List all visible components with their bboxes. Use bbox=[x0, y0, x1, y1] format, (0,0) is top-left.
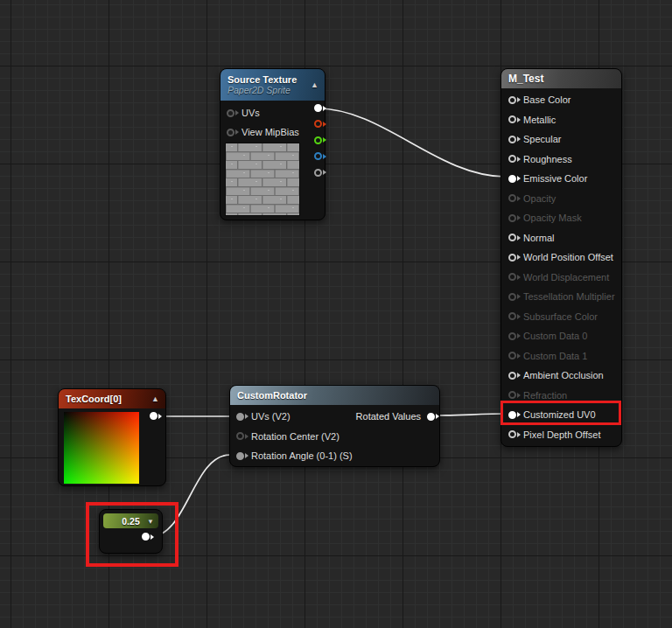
node-texcoord[interactable]: TexCoord[0] ▲ bbox=[58, 388, 166, 486]
material-pin-row[interactable]: World Position Offset bbox=[501, 248, 621, 268]
texture-output-pin-rgb[interactable] bbox=[314, 104, 322, 112]
node-source-texture[interactable]: Source Texture Paper2D Sprite ▲ UVs View… bbox=[220, 68, 326, 220]
wire-texture-to-emissive[interactable] bbox=[318, 108, 506, 177]
node-title: M_Test bbox=[508, 73, 543, 85]
material-pin-label: Specular bbox=[523, 134, 561, 144]
material-input-pin[interactable] bbox=[508, 372, 516, 380]
material-pin-label: Tessellation Multiplier bbox=[523, 291, 615, 302]
texture-output-pin-g[interactable] bbox=[314, 136, 322, 144]
material-pin-label: Pixel Depth Offset bbox=[523, 429, 600, 440]
material-input-pin[interactable] bbox=[508, 136, 516, 143]
rotator-input-label: UVs (V2) bbox=[251, 411, 290, 422]
texture-input-row[interactable]: View MipBias bbox=[220, 122, 325, 142]
material-pin-label: Custom Data 1 bbox=[523, 351, 587, 361]
material-input-pin[interactable] bbox=[508, 254, 516, 262]
rotator-input-row[interactable]: Rotation Center (V2) bbox=[230, 427, 439, 447]
material-pin-row[interactable]: Opacity Mask bbox=[501, 208, 621, 228]
material-pin-label: Refraction bbox=[523, 390, 567, 401]
material-pin-label: Subsurface Color bbox=[523, 311, 598, 322]
material-pin-rows: Base Color Metallic Specular Roughness E… bbox=[501, 88, 621, 444]
material-pin-label: Emissive Color bbox=[523, 173, 587, 184]
node-header-texcoord[interactable]: TexCoord[0] ▲ bbox=[59, 389, 165, 408]
material-input-pin[interactable] bbox=[508, 115, 516, 123]
material-input-pin[interactable] bbox=[508, 391, 516, 399]
texture-input-pin[interactable] bbox=[227, 129, 234, 136]
material-input-pin[interactable] bbox=[508, 273, 516, 281]
source-texture-output-pins bbox=[314, 104, 322, 177]
node-m-test[interactable]: M_Test Base Color Metallic Specular Roug… bbox=[500, 68, 622, 447]
source-texture-input-rows: UVs View MipBias bbox=[220, 101, 325, 142]
material-input-pin[interactable] bbox=[508, 214, 516, 222]
texture-output-pin-r[interactable] bbox=[314, 120, 322, 128]
texture-input-row[interactable]: UVs bbox=[220, 103, 325, 122]
node-title: Source Texture bbox=[228, 74, 297, 85]
texture-output-pin-b[interactable] bbox=[314, 152, 322, 160]
material-input-pin[interactable] bbox=[508, 332, 516, 340]
rotator-input-pin[interactable] bbox=[236, 413, 244, 421]
material-input-pin[interactable] bbox=[508, 352, 516, 359]
rotator-input-pin[interactable] bbox=[236, 432, 244, 440]
material-pin-row[interactable]: Subsurface Color bbox=[501, 307, 621, 327]
node-title: CustomRotator bbox=[237, 390, 307, 401]
material-pin-row[interactable]: Roughness bbox=[501, 150, 621, 170]
node-header-custom-rotator[interactable]: CustomRotator bbox=[230, 386, 439, 405]
material-input-pin[interactable] bbox=[508, 155, 516, 163]
texture-output-pin-a[interactable] bbox=[314, 169, 322, 177]
material-pin-label: Ambient Occlusion bbox=[523, 370, 604, 380]
texcoord-output-pin[interactable] bbox=[150, 412, 158, 420]
material-pin-row[interactable]: Opacity bbox=[501, 189, 621, 209]
material-pin-label: Normal bbox=[523, 233, 554, 243]
rotator-output-pin[interactable] bbox=[427, 413, 435, 421]
material-pin-row[interactable]: Emissive Color bbox=[501, 169, 621, 189]
uv-gradient-preview bbox=[64, 412, 139, 484]
material-pin-label: World Position Offset bbox=[523, 252, 613, 262]
node-title: TexCoord[0] bbox=[66, 394, 122, 404]
texture-input-label: View MipBias bbox=[242, 127, 299, 137]
texture-input-pin[interactable] bbox=[227, 109, 234, 117]
material-pin-label: Roughness bbox=[523, 154, 572, 164]
material-pin-label: Opacity bbox=[523, 193, 556, 204]
wire-rotator-to-customized-uv0[interactable] bbox=[436, 414, 508, 415]
material-input-pin[interactable] bbox=[508, 430, 516, 438]
material-input-pin[interactable] bbox=[508, 312, 516, 320]
texture-preview-thumbnail[interactable] bbox=[225, 143, 300, 216]
highlight-customized-uv0 bbox=[500, 401, 621, 425]
collapse-toggle-icon[interactable]: ▲ bbox=[311, 80, 318, 89]
rotator-output-label: Rotated Values bbox=[356, 411, 421, 422]
highlight-constant-node bbox=[86, 502, 178, 567]
material-pin-row[interactable]: Custom Data 0 bbox=[501, 326, 621, 346]
material-pin-row[interactable]: Base Color bbox=[501, 90, 621, 110]
node-header-m-test[interactable]: M_Test bbox=[501, 69, 621, 88]
material-pin-row[interactable]: Metallic bbox=[501, 110, 621, 130]
node-custom-rotator[interactable]: CustomRotator UVs (V2) Rotation Center (… bbox=[229, 385, 440, 467]
material-graph-canvas[interactable]: Source Texture Paper2D Sprite ▲ UVs View… bbox=[0, 0, 672, 628]
material-pin-label: Base Color bbox=[523, 94, 570, 105]
material-pin-row[interactable]: Specular bbox=[501, 129, 621, 150]
node-subtitle: Paper2D Sprite bbox=[228, 85, 290, 95]
material-pin-label: Metallic bbox=[523, 115, 556, 125]
node-header-source-texture[interactable]: Source Texture Paper2D Sprite ▲ bbox=[220, 69, 325, 101]
material-input-pin[interactable] bbox=[508, 96, 516, 104]
rotator-input-label: Rotation Angle (0-1) (S) bbox=[251, 450, 353, 461]
material-pin-label: Opacity Mask bbox=[523, 213, 582, 223]
collapse-toggle-icon[interactable]: ▲ bbox=[151, 394, 159, 403]
material-input-pin[interactable] bbox=[508, 194, 516, 202]
material-pin-row[interactable]: World Displacement bbox=[501, 268, 621, 288]
material-pin-row[interactable]: Custom Data 1 bbox=[501, 346, 621, 366]
rotator-input-row[interactable]: Rotation Angle (0-1) (S) bbox=[230, 446, 439, 466]
material-pin-label: World Displacement bbox=[523, 272, 609, 283]
rotator-input-label: Rotation Center (V2) bbox=[251, 431, 340, 442]
material-pin-row[interactable]: Normal bbox=[501, 228, 621, 248]
brick-texture-image bbox=[226, 143, 299, 215]
material-input-pin[interactable] bbox=[508, 175, 516, 183]
material-pin-row[interactable]: Pixel Depth Offset bbox=[501, 425, 621, 445]
texture-input-label: UVs bbox=[242, 108, 260, 118]
material-input-pin[interactable] bbox=[508, 293, 516, 301]
material-pin-label: Custom Data 0 bbox=[523, 331, 587, 341]
material-pin-row[interactable]: Tessellation Multiplier bbox=[501, 287, 621, 307]
rotator-output-row[interactable]: Rotated Values bbox=[356, 407, 435, 427]
rotator-input-pin[interactable] bbox=[236, 452, 244, 460]
material-pin-row[interactable]: Ambient Occlusion bbox=[501, 366, 621, 386]
material-input-pin[interactable] bbox=[508, 234, 516, 241]
